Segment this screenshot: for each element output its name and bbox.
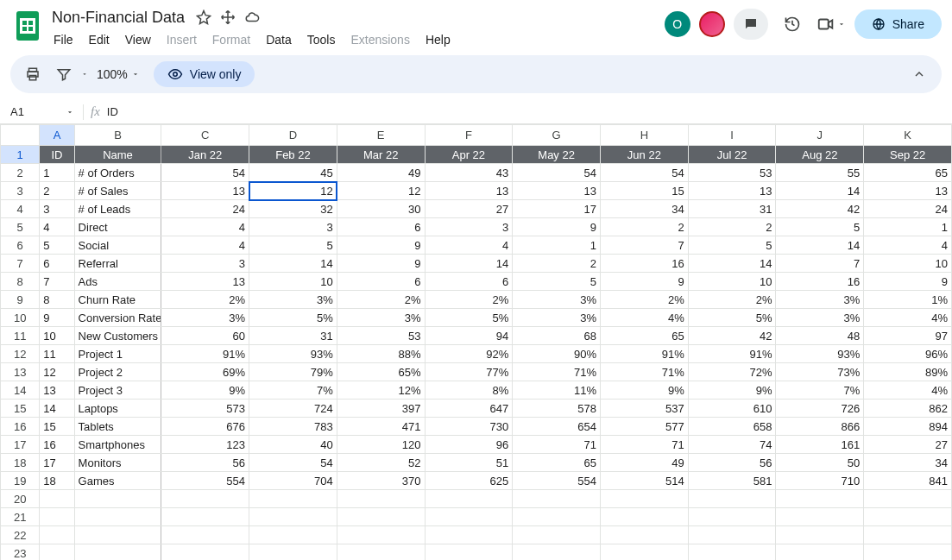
cell[interactable]: 3% [513, 291, 601, 309]
cell[interactable]: 1% [864, 291, 952, 309]
cell[interactable] [425, 508, 513, 526]
menu-view[interactable]: View [118, 29, 158, 50]
table-header-cell[interactable]: May 22 [513, 146, 601, 164]
row-header[interactable]: 5 [1, 218, 40, 236]
cell[interactable]: Monitors [74, 454, 161, 472]
cell[interactable]: 18 [40, 472, 74, 490]
cell[interactable]: Ads [74, 273, 161, 291]
cell[interactable]: 45 [249, 164, 337, 182]
cell[interactable] [776, 526, 864, 544]
cell[interactable] [249, 544, 337, 561]
cell[interactable]: 4 [161, 236, 249, 255]
cell[interactable]: 5 [513, 273, 601, 291]
cell[interactable]: Social [74, 236, 161, 255]
cell[interactable]: 40 [249, 436, 337, 454]
chat-icon[interactable] [734, 9, 768, 40]
cell[interactable]: 554 [513, 472, 601, 490]
cell[interactable]: 9 [513, 218, 601, 236]
cell[interactable]: 5 [688, 236, 776, 255]
cell[interactable]: 3 [161, 255, 249, 273]
row-header[interactable]: 23 [1, 544, 40, 561]
cell[interactable]: 71 [513, 436, 601, 454]
cell[interactable] [161, 544, 249, 561]
cell[interactable]: # of Sales [74, 182, 161, 200]
cell[interactable]: 7% [249, 381, 337, 400]
cell[interactable] [425, 544, 513, 561]
cell[interactable] [864, 490, 952, 508]
cell[interactable] [337, 490, 425, 508]
table-header-cell[interactable]: Aug 22 [776, 146, 864, 164]
row-header[interactable]: 20 [1, 490, 40, 508]
cell[interactable]: 10 [864, 255, 952, 273]
cell[interactable]: 8 [40, 291, 74, 309]
cell[interactable]: 7% [776, 381, 864, 400]
print-icon[interactable] [19, 60, 47, 88]
cell[interactable]: 2% [337, 291, 425, 309]
cell[interactable]: 15 [601, 182, 689, 200]
cell[interactable] [776, 490, 864, 508]
cell[interactable]: 60 [161, 327, 249, 345]
cell[interactable]: 34 [864, 454, 952, 472]
cell[interactable]: 3% [161, 309, 249, 327]
cell[interactable]: 27 [425, 200, 513, 218]
cell[interactable] [40, 526, 74, 544]
row-header[interactable]: 6 [1, 236, 40, 255]
cell[interactable]: 12 [40, 363, 74, 381]
row-header[interactable]: 15 [1, 400, 40, 418]
star-icon[interactable] [193, 7, 214, 28]
cell[interactable]: 13 [161, 182, 249, 200]
cell[interactable]: 54 [601, 164, 689, 182]
cell[interactable] [249, 490, 337, 508]
cell[interactable]: 12 [249, 182, 337, 200]
cell[interactable]: 471 [337, 418, 425, 436]
cell[interactable]: Project 2 [74, 363, 161, 381]
cell[interactable]: 647 [425, 400, 513, 418]
cell[interactable]: 16 [40, 436, 74, 454]
cell[interactable] [40, 508, 74, 526]
cell[interactable]: 14 [688, 255, 776, 273]
cell[interactable]: 2 [40, 182, 74, 200]
cell[interactable]: 54 [249, 454, 337, 472]
cell[interactable]: 32 [249, 200, 337, 218]
cell[interactable]: 554 [161, 472, 249, 490]
cell[interactable]: 10 [249, 273, 337, 291]
cell[interactable]: 3 [249, 218, 337, 236]
column-header-A[interactable]: A [40, 125, 74, 146]
row-header[interactable]: 3 [1, 182, 40, 200]
cell[interactable]: 90% [513, 345, 601, 363]
cell[interactable]: 54 [513, 164, 601, 182]
cell[interactable]: 92% [425, 345, 513, 363]
cell[interactable]: 94 [425, 327, 513, 345]
column-header-G[interactable]: G [513, 125, 601, 146]
cell[interactable] [601, 526, 689, 544]
cell[interactable]: 4 [425, 236, 513, 255]
row-header[interactable]: 1 [1, 146, 40, 164]
cell[interactable] [776, 544, 864, 561]
cell[interactable]: 68 [513, 327, 601, 345]
cell[interactable]: 7 [40, 273, 74, 291]
column-header-C[interactable]: C [161, 125, 249, 146]
cell[interactable] [513, 508, 601, 526]
cell[interactable]: 3% [513, 309, 601, 327]
move-icon[interactable] [218, 7, 238, 28]
cell[interactable] [249, 508, 337, 526]
cell[interactable]: 14 [776, 182, 864, 200]
cell[interactable]: 65 [864, 164, 952, 182]
cell[interactable] [601, 544, 689, 561]
cell[interactable]: 8% [425, 381, 513, 400]
cell[interactable]: 65 [601, 327, 689, 345]
cell[interactable]: 14 [40, 400, 74, 418]
cell[interactable]: 514 [601, 472, 689, 490]
row-header[interactable]: 10 [1, 309, 40, 327]
cell[interactable]: 676 [161, 418, 249, 436]
view-only-chip[interactable]: View only [154, 61, 255, 87]
cell[interactable]: 6 [40, 255, 74, 273]
cell[interactable]: 72% [688, 363, 776, 381]
cell[interactable]: 5 [776, 218, 864, 236]
cell[interactable]: Tablets [74, 418, 161, 436]
cell[interactable]: 625 [425, 472, 513, 490]
cell[interactable]: Churn Rate [74, 291, 161, 309]
cell[interactable]: 54 [161, 164, 249, 182]
row-header[interactable]: 2 [1, 164, 40, 182]
cell[interactable] [513, 526, 601, 544]
